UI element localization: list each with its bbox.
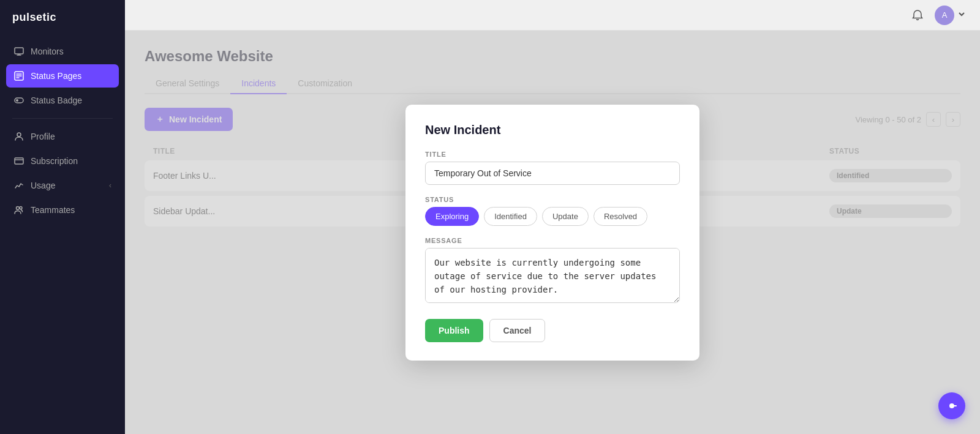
status-pages-icon xyxy=(13,70,24,81)
title-field-group: TITLE xyxy=(425,151,680,185)
svg-rect-10 xyxy=(15,158,23,164)
sidebar-item-usage[interactable]: Usage ‹ xyxy=(6,174,119,197)
sidebar-item-status-pages-label: Status Pages xyxy=(31,71,81,81)
message-textarea[interactable]: Our website is currently undergoing some… xyxy=(425,248,680,303)
sidebar-item-subscription[interactable]: Subscription xyxy=(6,149,119,173)
sidebar-divider xyxy=(12,118,113,119)
modal-actions: Publish Cancel xyxy=(425,319,680,342)
status-label: STATUS xyxy=(425,196,680,203)
avatar: A xyxy=(935,6,954,25)
sidebar-item-monitors[interactable]: Monitors xyxy=(6,40,119,63)
sidebar: pulsetic Monitors Status Pages Status Ba… xyxy=(0,0,125,434)
title-label: TITLE xyxy=(425,151,680,158)
usage-collapse-icon: ‹ xyxy=(109,181,111,190)
modal-title: New Incident xyxy=(425,123,680,137)
user-avatar-dropdown[interactable]: A xyxy=(935,6,965,25)
status-toggles: Exploring Identified Update Resolved xyxy=(425,207,680,226)
notifications-icon[interactable] xyxy=(909,7,926,24)
title-input[interactable] xyxy=(425,162,680,185)
status-btn-identified[interactable]: Identified xyxy=(484,207,537,226)
sidebar-item-teammates-label: Teammates xyxy=(31,205,75,215)
sidebar-item-profile[interactable]: Profile xyxy=(6,125,119,148)
status-badge-icon xyxy=(13,95,24,106)
message-field-group: MESSAGE Our website is currently undergo… xyxy=(425,237,680,305)
svg-point-12 xyxy=(17,207,20,210)
sidebar-item-subscription-label: Subscription xyxy=(31,156,78,166)
chat-button[interactable] xyxy=(938,392,965,419)
message-label: MESSAGE xyxy=(425,237,680,244)
cancel-button[interactable]: Cancel xyxy=(489,319,546,342)
svg-point-13 xyxy=(20,207,22,209)
sidebar-item-monitors-label: Monitors xyxy=(31,47,64,56)
sidebar-item-status-badge[interactable]: Status Badge xyxy=(6,89,119,112)
publish-button[interactable]: Publish xyxy=(425,319,483,342)
sidebar-item-profile-label: Profile xyxy=(31,132,55,141)
status-btn-exploring[interactable]: Exploring xyxy=(425,207,479,226)
chevron-down-icon xyxy=(958,10,965,20)
sidebar-nav: Monitors Status Pages Status Badge Profi… xyxy=(0,35,125,226)
sidebar-item-usage-label: Usage xyxy=(31,181,55,190)
profile-icon xyxy=(13,131,24,142)
page-content: Awesome Website General Settings Inciden… xyxy=(125,31,980,434)
sidebar-item-status-badge-label: Status Badge xyxy=(31,95,82,105)
usage-icon xyxy=(13,180,24,191)
svg-point-9 xyxy=(17,133,21,137)
status-field-group: STATUS Exploring Identified Update Resol… xyxy=(425,196,680,226)
topbar: A xyxy=(125,0,980,31)
modal-overlay: New Incident TITLE STATUS Exploring Iden… xyxy=(125,31,980,434)
new-incident-modal: New Incident TITLE STATUS Exploring Iden… xyxy=(405,105,699,361)
status-btn-resolved[interactable]: Resolved xyxy=(594,207,647,226)
main-content: A Awesome Website General Settings Incid… xyxy=(125,0,980,434)
teammates-icon xyxy=(13,204,24,215)
subscription-icon xyxy=(13,155,24,166)
svg-point-8 xyxy=(16,99,18,102)
status-btn-update[interactable]: Update xyxy=(542,207,589,226)
sidebar-item-teammates[interactable]: Teammates xyxy=(6,198,119,222)
monitor-icon xyxy=(13,46,24,57)
app-logo: pulsetic xyxy=(0,0,125,35)
svg-rect-0 xyxy=(15,48,23,54)
sidebar-item-status-pages[interactable]: Status Pages xyxy=(6,64,119,88)
